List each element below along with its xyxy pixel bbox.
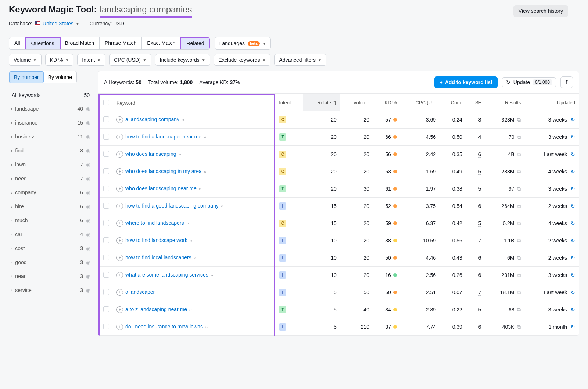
keyword-link[interactable]: how to find local landscapers — [125, 255, 191, 260]
sidebar-item[interactable]: ›car4◉ — [9, 227, 93, 241]
all-keywords-row[interactable]: All keywords 50 — [9, 89, 93, 102]
keyword-link[interactable]: a landscaper — [125, 289, 155, 295]
refresh-icon[interactable]: ↻ — [569, 151, 575, 157]
keyword-link[interactable]: a to z landscaping near me — [125, 306, 187, 312]
filter-exclude[interactable]: Exclude keywords▼ — [214, 54, 271, 66]
refresh-icon[interactable]: ↻ — [569, 289, 575, 295]
sidebar-item[interactable]: ›much6◉ — [9, 213, 93, 227]
expand-icon[interactable]: + — [116, 255, 123, 261]
serp-icon[interactable]: ⧉ — [516, 255, 521, 261]
row-checkbox[interactable] — [103, 116, 109, 122]
row-checkbox[interactable] — [103, 203, 109, 209]
col-cpc[interactable]: CPC (U... — [401, 94, 440, 111]
serp-icon[interactable]: ⧉ — [516, 134, 521, 140]
serp-icon[interactable]: ⧉ — [516, 203, 521, 209]
filter-kd[interactable]: KD %▼ — [45, 54, 74, 66]
serp-icon[interactable]: ⧉ — [516, 117, 521, 123]
row-checkbox[interactable] — [103, 151, 109, 157]
sidebar-item[interactable]: ›near3◉ — [9, 269, 93, 283]
keyword-link[interactable]: who does landscaping near me — [125, 186, 197, 191]
filter-cpc[interactable]: CPC (USD)▼ — [109, 54, 151, 66]
refresh-icon[interactable]: ↻ — [569, 307, 575, 313]
col-com[interactable]: Com. — [440, 94, 466, 111]
keyword-link[interactable]: how to find landscape work — [125, 237, 187, 243]
view-history-button[interactable]: View search history — [513, 5, 568, 17]
expand-icon[interactable]: + — [116, 186, 123, 192]
sidebar-item[interactable]: ›hire6◉ — [9, 199, 93, 213]
serp-icon[interactable]: ⧉ — [516, 272, 521, 278]
tab-broad-match[interactable]: Broad Match — [60, 37, 100, 49]
keyword-link[interactable]: how to find a good landscaping company — [125, 203, 219, 209]
refresh-icon[interactable]: ↻ — [569, 186, 575, 192]
sidebar-item[interactable]: ›good3◉ — [9, 255, 93, 269]
keyword-link[interactable]: what are some landscaping services — [125, 272, 208, 278]
keyword-link[interactable]: do i need insurance to mow lawns — [125, 324, 203, 329]
sidebar-item[interactable]: ›insurance15◉ — [9, 116, 93, 130]
expand-icon[interactable]: + — [116, 116, 123, 123]
row-checkbox[interactable] — [103, 220, 109, 226]
col-kd[interactable]: KD % — [373, 94, 401, 111]
col-updated[interactable]: Updated — [524, 94, 579, 111]
serp-icon[interactable]: ⧉ — [516, 186, 521, 192]
expand-icon[interactable]: + — [116, 168, 123, 175]
expand-icon[interactable]: + — [116, 306, 123, 313]
refresh-icon[interactable]: ↻ — [569, 324, 575, 330]
row-checkbox[interactable] — [103, 289, 109, 295]
keyword-link[interactable]: who does landscaping in my area — [125, 168, 202, 174]
row-checkbox[interactable] — [103, 237, 109, 243]
col-related[interactable]: Relate⇅ — [303, 94, 340, 111]
serp-icon[interactable]: ⧉ — [516, 169, 521, 174]
sidebar-item[interactable]: ›find8◉ — [9, 144, 93, 158]
col-sf[interactable]: SF — [466, 94, 485, 111]
serp-icon[interactable]: ⧉ — [516, 324, 521, 330]
row-checkbox[interactable] — [103, 186, 109, 191]
row-checkbox[interactable] — [103, 324, 109, 329]
sidebar-item[interactable]: ›service3◉ — [9, 283, 93, 297]
col-intent[interactable]: Intent — [275, 94, 303, 111]
row-checkbox[interactable] — [103, 306, 109, 312]
expand-icon[interactable]: + — [116, 272, 123, 278]
serp-icon[interactable]: ⧉ — [516, 220, 521, 226]
sidebar-item[interactable]: ›company6◉ — [9, 186, 93, 199]
filter-volume[interactable]: Volume▼ — [9, 54, 42, 66]
languages-dropdown[interactable]: Languages beta ▼ — [215, 37, 271, 50]
select-all-checkbox[interactable] — [103, 100, 109, 105]
serp-icon[interactable]: ⧉ — [516, 289, 521, 295]
add-to-list-button[interactable]: +Add to keyword list — [434, 76, 497, 88]
refresh-icon[interactable]: ↻ — [569, 255, 575, 261]
serp-icon[interactable]: ⧉ — [516, 151, 521, 157]
expand-icon[interactable]: + — [116, 289, 123, 296]
keyword-link[interactable]: how to find a landscaper near me — [125, 134, 201, 140]
keyword-link[interactable]: where to find landscapers — [125, 220, 184, 226]
expand-icon[interactable]: + — [116, 220, 123, 227]
expand-icon[interactable]: + — [116, 134, 123, 140]
tab-phrase-match[interactable]: Phrase Match — [100, 37, 142, 49]
export-button[interactable]: ⤒ — [560, 76, 573, 88]
sidebar-item[interactable]: ›business11◉ — [9, 130, 93, 144]
row-checkbox[interactable] — [103, 134, 109, 140]
col-volume[interactable]: Volume — [340, 94, 373, 111]
refresh-icon[interactable]: ↻ — [569, 134, 575, 140]
filter-intent[interactable]: Intent▼ — [77, 54, 105, 66]
refresh-icon[interactable]: ↻ — [569, 203, 575, 209]
expand-icon[interactable]: + — [116, 237, 123, 244]
refresh-icon[interactable]: ↻ — [569, 220, 575, 226]
refresh-icon[interactable]: ↻ — [569, 117, 575, 123]
keyword-link[interactable]: who does landscaping — [125, 151, 176, 157]
filter-advanced[interactable]: Advanced filters▼ — [274, 54, 326, 66]
tab-related[interactable]: Related — [180, 37, 210, 50]
sidebar-item[interactable]: ›need7◉ — [9, 172, 93, 186]
sidebar-item[interactable]: ›landscape40◉ — [9, 102, 93, 116]
expand-icon[interactable]: + — [116, 203, 123, 209]
filter-include[interactable]: Include keywords▼ — [155, 54, 210, 66]
keyword-link[interactable]: a landscaping company — [125, 116, 179, 122]
refresh-icon[interactable]: ↻ — [569, 169, 575, 174]
refresh-icon[interactable]: ↻ — [569, 272, 575, 278]
sidebar-item[interactable]: ›lawn7◉ — [9, 158, 93, 172]
row-checkbox[interactable] — [103, 272, 109, 278]
col-keyword[interactable]: Keyword — [113, 94, 275, 111]
expand-icon[interactable]: + — [116, 324, 123, 330]
row-checkbox[interactable] — [103, 168, 109, 174]
tab-exact-match[interactable]: Exact Match — [142, 37, 181, 49]
serp-icon[interactable]: ⧉ — [516, 238, 521, 244]
